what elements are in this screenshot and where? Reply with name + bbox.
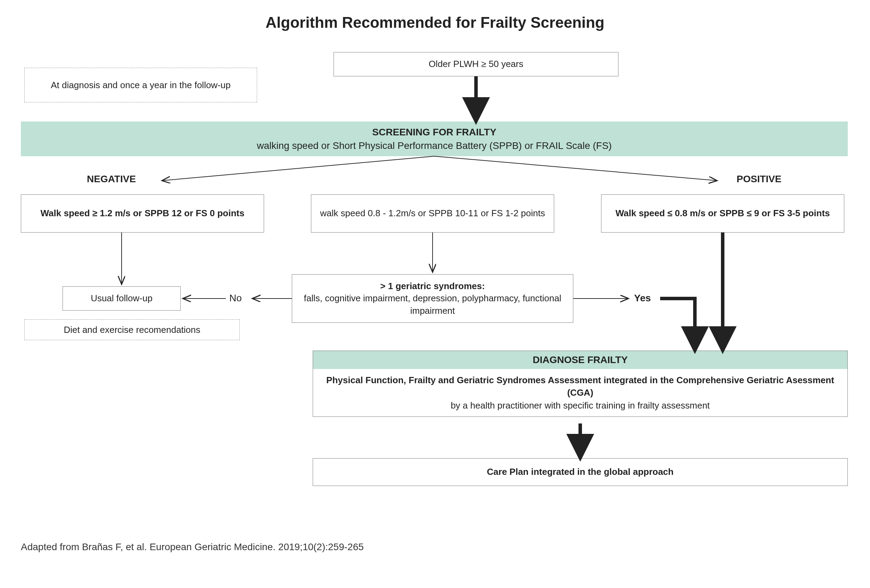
followup-box: Usual follow-up: [63, 287, 181, 311]
geriatric-syndromes-box: > 1 geriatric syndromes: falls, cognitiv…: [292, 274, 573, 323]
screening-heading: SCREENING FOR FRAILTY: [21, 125, 848, 139]
geriatric-body: falls, cognitive impairment, depression,…: [297, 292, 568, 316]
intermediate-criteria-box: walk speed 0.8 - 1.2m/s or SPPB 10-11 or…: [311, 195, 554, 233]
diagnose-body-plain: by a health practitioner with specific t…: [317, 399, 843, 412]
decision-yes-label: Yes: [634, 293, 651, 304]
screening-subtext: walking speed or Short Physical Performa…: [257, 140, 611, 151]
diagnose-body-bold: Physical Function, Frailty and Geriatric…: [317, 374, 843, 399]
timing-note: At diagnosis and once a year in the foll…: [24, 68, 257, 102]
care-plan-box: Care Plan integrated in the global appro…: [313, 458, 848, 486]
arrow-screen-to-positive: [434, 156, 716, 181]
citation-text: Adapted from Brañas F, et al. European G…: [21, 542, 364, 552]
diagnose-frailty-box: DIAGNOSE FRAILTY Physical Function, Frai…: [313, 350, 848, 417]
diagnose-heading: DIAGNOSE FRAILTY: [313, 351, 848, 369]
start-node: Older PLWH ≥ 50 years: [334, 52, 618, 76]
positive-label: POSITIVE: [737, 174, 781, 185]
arrow-yes-to-diagnose: [660, 298, 695, 344]
diet-note: Diet and exercise recomendations: [24, 319, 240, 340]
arrow-screen-to-negative: [163, 156, 434, 181]
decision-no-label: No: [229, 293, 242, 304]
diagram-title: Algorithm Recommended for Frailty Screen…: [0, 14, 870, 31]
geriatric-head: > 1 geriatric syndromes:: [380, 280, 485, 292]
screening-banner: SCREENING FOR FRAILTY walking speed or S…: [21, 122, 848, 156]
negative-criteria-box: Walk speed ≥ 1.2 m/s or SPPB 12 or FS 0 …: [21, 195, 264, 233]
diagram-canvas: Algorithm Recommended for Frailty Screen…: [0, 0, 870, 588]
positive-criteria-box: Walk speed ≤ 0.8 m/s or SPPB ≤ 9 or FS 3…: [601, 195, 844, 233]
negative-label: NEGATIVE: [87, 174, 136, 185]
